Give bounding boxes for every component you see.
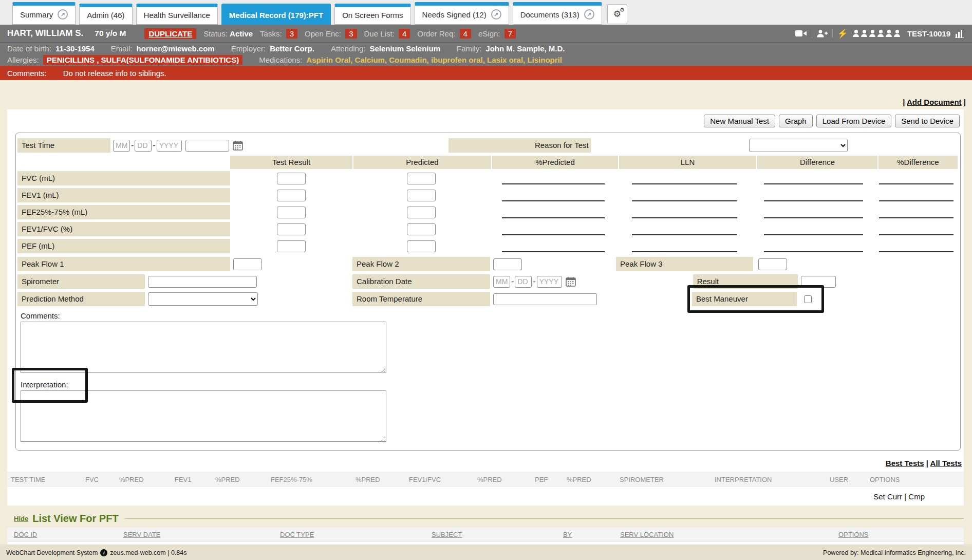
- by-header[interactable]: BY: [563, 531, 620, 538]
- tab-medical-record[interactable]: Medical Record (179):PFT: [221, 4, 331, 25]
- user-icons-group: [853, 30, 901, 37]
- new-manual-test-button[interactable]: New Manual Test: [704, 115, 775, 127]
- value-underline: [764, 240, 863, 252]
- fvc-test-result-input[interactable]: [277, 173, 306, 184]
- result-input[interactable]: [801, 276, 836, 288]
- esign-count-badge[interactable]: 7: [504, 29, 516, 39]
- user-icon: [853, 30, 859, 37]
- pef-predicted-input[interactable]: [407, 240, 436, 252]
- serv-date-header[interactable]: SERV DATE: [123, 531, 280, 538]
- calibration-day-input[interactable]: [515, 276, 532, 288]
- tab-admin[interactable]: Admin (46): [79, 4, 132, 25]
- best-maneuver-checkbox[interactable]: [804, 295, 812, 303]
- room-temperature-input[interactable]: [493, 293, 597, 305]
- calendar-icon[interactable]: [566, 277, 576, 287]
- best-tests-link[interactable]: Best Tests: [886, 459, 924, 468]
- email-value: horner@mieweb.com: [136, 44, 214, 53]
- calendar-icon[interactable]: [233, 141, 243, 151]
- fvc-predicted-input[interactable]: [407, 173, 436, 184]
- peak-flow-1-input[interactable]: [233, 258, 262, 270]
- video-camera-icon[interactable]: [795, 30, 807, 37]
- open-enc-count-badge[interactable]: 3: [345, 29, 357, 39]
- comments-textarea[interactable]: [21, 322, 386, 373]
- value-underline: [632, 223, 737, 235]
- peak-flow-2-input[interactable]: [493, 258, 522, 270]
- calibration-month-input[interactable]: [493, 276, 510, 288]
- prediction-method-select[interactable]: [148, 292, 258, 306]
- reason-for-test-label: Reason for Test: [448, 138, 591, 153]
- tab-bar: Summary ↗ Admin (46) Health Surveillance…: [0, 0, 972, 25]
- divider: [812, 29, 812, 38]
- calibration-year-input[interactable]: [537, 276, 562, 288]
- user-icon: [886, 30, 892, 37]
- set-curr-cmp-links[interactable]: Set Curr | Cmp: [873, 492, 925, 501]
- due-list-count-badge[interactable]: 4: [399, 29, 410, 39]
- value-underline: [632, 172, 737, 184]
- info-icon[interactable]: i: [100, 549, 107, 556]
- popout-icon[interactable]: ↗: [58, 9, 68, 20]
- hide-link[interactable]: Hide: [14, 515, 28, 522]
- medications-value[interactable]: Aspirin Oral, Calcium, Coumadin, ibuprof…: [306, 55, 562, 64]
- value-underline: [502, 223, 605, 235]
- patient-header-bar: HART, WILLIAM S. 70 y/o M DUPLICATE Stat…: [0, 25, 972, 42]
- fev1-fvc-predicted-input[interactable]: [407, 223, 436, 235]
- tasks-count-badge[interactable]: 3: [286, 29, 297, 39]
- add-person-icon[interactable]: [817, 30, 828, 38]
- graph-button[interactable]: Graph: [779, 115, 813, 127]
- tab-documents[interactable]: Documents (313) ↗: [513, 2, 602, 25]
- options-header[interactable]: OPTIONS: [838, 531, 964, 538]
- all-tests-link[interactable]: All Tests: [930, 459, 962, 468]
- tab-needs-signed[interactable]: Needs Signed (12) ↗: [415, 2, 509, 25]
- lightning-icon[interactable]: ⚡: [837, 28, 848, 39]
- subject-header[interactable]: SUBJECT: [432, 531, 563, 538]
- duplicate-flag[interactable]: DUPLICATE: [144, 28, 196, 39]
- value-underline: [764, 189, 863, 201]
- value-underline: [879, 206, 954, 218]
- user-icon: [869, 30, 876, 37]
- best-maneuver-label: Best Maneuver: [692, 292, 797, 306]
- test-time-day-input[interactable]: [135, 140, 152, 152]
- reason-for-test-select[interactable]: [749, 139, 848, 152]
- tab-label: On Screen Forms: [342, 11, 403, 20]
- divider: [125, 518, 964, 519]
- doc-type-header[interactable]: DOC TYPE: [280, 531, 432, 538]
- interpretation-textarea[interactable]: [21, 390, 386, 442]
- tab-summary[interactable]: Summary ↗: [12, 2, 76, 25]
- popout-icon[interactable]: ↗: [491, 9, 501, 20]
- fev1-test-result-input[interactable]: [277, 190, 306, 201]
- divider: [832, 29, 833, 38]
- row-label: FEV1/FVC (%): [17, 222, 230, 236]
- dob-value: 11-30-1954: [55, 44, 95, 53]
- pef-test-result-input[interactable]: [277, 240, 306, 252]
- settings-button[interactable]: ⚙⚙: [607, 4, 627, 24]
- test-time-time-input[interactable]: [185, 140, 229, 152]
- add-document-link[interactable]: Add Document: [907, 98, 962, 106]
- peak-flow-3-input[interactable]: [758, 258, 787, 270]
- footer-powered-by: Powered by: Medical Informatics Engineer…: [823, 549, 966, 556]
- popout-icon[interactable]: ↗: [584, 9, 594, 20]
- fef-predicted-input[interactable]: [407, 207, 436, 218]
- allergies-value[interactable]: PENICILLINS , SULFA(SULFONAMIDE ANTIBIOT…: [43, 55, 242, 65]
- doc-id-header[interactable]: DOC ID: [14, 531, 123, 538]
- load-from-device-button[interactable]: Load From Device: [816, 115, 892, 127]
- tab-on-screen-forms[interactable]: On Screen Forms: [334, 4, 410, 25]
- send-to-device-button[interactable]: Send to Device: [895, 115, 960, 127]
- chart-icon[interactable]: [955, 29, 965, 38]
- fev1-predicted-input[interactable]: [407, 190, 436, 201]
- room-temperature-label: Room Temperature: [352, 292, 490, 306]
- fev1-fvc-test-result-input[interactable]: [277, 223, 306, 235]
- tab-health-surveillance[interactable]: Health Surveillance: [136, 4, 218, 25]
- serv-location-header[interactable]: SERV LOCATION: [620, 531, 838, 538]
- spirometer-input[interactable]: [148, 276, 257, 288]
- test-time-month-input[interactable]: [113, 140, 130, 152]
- result-label: Result: [693, 274, 798, 289]
- table-row-fev1: FEV1 (mL): [17, 188, 959, 203]
- esign-counter: eSign: 7: [478, 29, 516, 38]
- pft-toolbar: New Manual Test Graph Load From Device S…: [7, 114, 964, 132]
- col-test-result: Test Result: [230, 156, 352, 169]
- fef-test-result-input[interactable]: [277, 207, 306, 218]
- value-underline: [632, 206, 737, 218]
- test-time-year-input[interactable]: [157, 140, 182, 152]
- value-underline: [764, 223, 863, 235]
- order-req-count-badge[interactable]: 4: [460, 29, 471, 39]
